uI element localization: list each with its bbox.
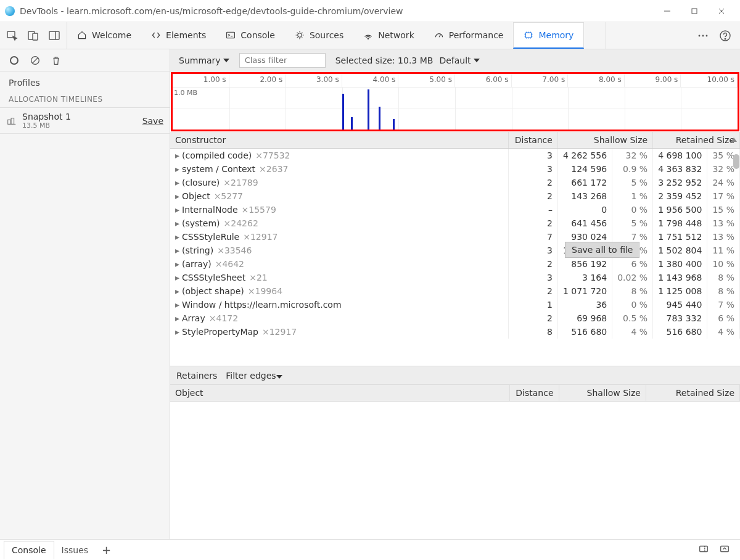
allocation-bar: [351, 117, 353, 130]
tab-sources-label: Sources: [310, 30, 343, 40]
selected-size-label: Selected size: 10.3 MB: [335, 56, 434, 65]
allocation-bar: [368, 89, 369, 130]
timeline-tick: 10.00 s: [681, 74, 738, 87]
default-dropdown[interactable]: Default: [439, 56, 479, 65]
tab-elements[interactable]: Elements: [141, 22, 216, 49]
more-options-icon[interactable]: [697, 30, 709, 42]
table-row[interactable]: ▸(compiled code)×7753234 262 55632 %4 69…: [170, 149, 740, 163]
timeline-tick: 3.00 s: [286, 74, 342, 87]
timeline-tick: 8.00 s: [568, 74, 625, 87]
retainers-table: Object Distance Shallow Size Retained Si…: [170, 385, 740, 401]
bottom-drawer: Console Issues +: [0, 539, 740, 560]
th-shallow[interactable]: Shallow Size: [559, 385, 646, 401]
snapshot-item[interactable]: Snapshot 1 13.5 MB Save: [0, 108, 170, 134]
table-row[interactable]: ▸CSSStyleSheet×2133 1640.02 %1 143 9688 …: [170, 271, 740, 284]
tab-console-label: Console: [240, 30, 275, 40]
svg-point-20: [706, 35, 708, 36]
table-row[interactable]: ▸(string)×3354631 502 80411 %1 502 80411…: [170, 244, 740, 257]
timeline-tick: 7.00 s: [512, 74, 569, 87]
snapshot-name: Snapshot 1: [22, 112, 138, 121]
table-row[interactable]: ▸Window / https://learn.microsoft.com136…: [170, 298, 740, 311]
timeline-tick: 9.00 s: [625, 74, 681, 87]
svg-point-18: [699, 35, 701, 36]
timeline-tick: 1.00 s: [173, 74, 229, 87]
memory-filterbar: Summary Selected size: 10.3 MB Default: [170, 49, 740, 72]
svg-line-24: [33, 57, 38, 63]
table-row[interactable]: ▸(object shape)×1996421 071 7208 %1 125 …: [170, 284, 740, 298]
tab-performance[interactable]: Performance: [424, 22, 514, 49]
table-row[interactable]: ▸StylePropertyMap×129178516 6804 %516 68…: [170, 325, 740, 339]
delete-button[interactable]: [51, 55, 62, 66]
drawer-dock-icon[interactable]: [719, 543, 730, 556]
snapshot-size: 13.5 MB: [22, 121, 138, 130]
allocation-bar: [342, 94, 344, 130]
chevron-down-icon: [276, 375, 282, 379]
drawer-add-button[interactable]: +: [96, 543, 117, 556]
tab-performance-label: Performance: [449, 30, 504, 40]
sort-asc-icon: [731, 138, 737, 142]
drawer-tab-issues[interactable]: Issues: [54, 541, 96, 559]
dock-side-icon[interactable]: [48, 30, 60, 42]
window-minimize-button[interactable]: [654, 2, 681, 20]
th-retained[interactable]: Retained Size: [653, 132, 740, 149]
table-row[interactable]: ▸system / Context×26373124 5960.9 %4 363…: [170, 162, 740, 176]
table-row[interactable]: ▸(array)×46422856 1926 %1 380 40010 %: [170, 257, 740, 271]
svg-point-12: [368, 38, 369, 39]
allocation-timelines-label: ALLOCATION TIMELINES: [0, 91, 170, 108]
constructor-table: Constructor Distance Shallow Size Retain…: [170, 132, 740, 339]
th-shallow[interactable]: Shallow Size: [557, 132, 652, 149]
svg-rect-28: [721, 546, 729, 552]
table-row[interactable]: ▸(system)×242622641 4565 %1 798 44813 %: [170, 216, 740, 230]
drawer-expand-icon[interactable]: [698, 543, 709, 556]
timeline-tick: 5.00 s: [398, 74, 455, 87]
svg-point-22: [725, 38, 726, 39]
window-title: DevTools - learn.microsoft.com/en-us/mic…: [20, 6, 403, 16]
th-distance[interactable]: Distance: [508, 132, 557, 149]
timeline-tick: 4.00 s: [342, 74, 399, 87]
svg-rect-14: [526, 33, 532, 38]
svg-point-11: [298, 33, 302, 36]
table-row[interactable]: ▸Array×4172269 9680.5 %783 3326 %: [170, 311, 740, 325]
clear-button[interactable]: [30, 55, 41, 66]
timeline-tick: 6.00 s: [455, 74, 512, 87]
th-object[interactable]: Object: [170, 385, 509, 401]
window-titlebar: DevTools - learn.microsoft.com/en-us/mic…: [0, 0, 740, 22]
tab-network[interactable]: Network: [353, 22, 424, 49]
scrollbar-thumb[interactable]: [733, 154, 739, 169]
timeline-y-label: 1.0 MB: [174, 89, 197, 97]
snapshot-save-link[interactable]: Save: [142, 116, 163, 126]
svg-rect-6: [33, 33, 38, 40]
help-icon[interactable]: [719, 30, 731, 42]
app-favicon: [5, 6, 15, 16]
inspect-element-icon[interactable]: [6, 30, 18, 42]
table-row[interactable]: ▸InternalNode×15579–00 %1 956 50015 %: [170, 203, 740, 216]
class-filter-input[interactable]: [239, 53, 326, 68]
tab-welcome[interactable]: Welcome: [67, 22, 141, 49]
allocation-timeline[interactable]: 1.00 s2.00 s3.00 s4.00 s5.00 s6.00 s7.00…: [171, 72, 739, 131]
th-constructor[interactable]: Constructor: [170, 132, 508, 149]
snapshot-icon: [6, 115, 17, 126]
drawer-tab-console[interactable]: Console: [4, 541, 54, 559]
summary-dropdown[interactable]: Summary: [175, 56, 233, 65]
device-toggle-icon[interactable]: [27, 30, 39, 42]
tab-console[interactable]: Console: [216, 22, 285, 49]
tab-welcome-label: Welcome: [92, 30, 131, 40]
th-retained[interactable]: Retained Size: [646, 385, 739, 401]
allocation-bar: [379, 107, 380, 130]
timeline-tick: 2.00 s: [229, 74, 286, 87]
svg-point-19: [702, 35, 704, 36]
save-all-to-file-button[interactable]: Save all to file: [565, 242, 639, 258]
window-maximize-button[interactable]: [681, 2, 708, 20]
table-row[interactable]: ▸Object×52772143 2681 %2 359 45217 %: [170, 189, 740, 203]
tab-memory-label: Memory: [538, 30, 574, 40]
window-close-button[interactable]: [708, 2, 735, 20]
tab-memory[interactable]: Memory: [513, 22, 584, 49]
tab-sources[interactable]: Sources: [285, 22, 353, 49]
svg-rect-25: [8, 120, 11, 124]
table-row[interactable]: ▸(closure)×217892661 1725 %3 252 95224 %: [170, 176, 740, 189]
chevron-down-icon: [474, 59, 480, 62]
record-button[interactable]: [9, 55, 20, 66]
filter-edges-dropdown[interactable]: Filter edges: [226, 371, 282, 381]
th-distance[interactable]: Distance: [509, 385, 559, 401]
table-row[interactable]: ▸CSSStyleRule×129177930 0247 %1 751 5121…: [170, 230, 740, 244]
